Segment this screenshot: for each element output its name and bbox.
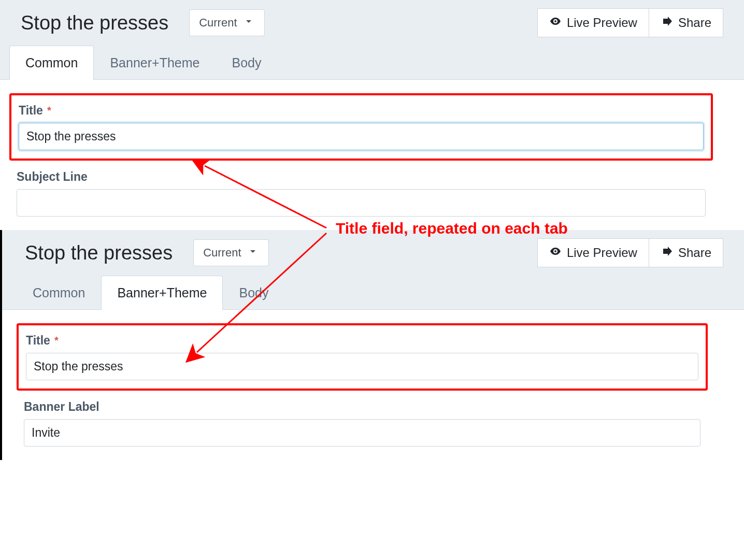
annotation-highlight-box: Title * — [17, 323, 708, 391]
title-input[interactable] — [26, 353, 698, 380]
editor-header: Stop the presses Current Live Preview — [0, 0, 744, 46]
title-label-text: Title — [19, 104, 43, 118]
share-label: Share — [678, 246, 711, 260]
eye-icon — [549, 245, 562, 261]
tab-common[interactable]: Common — [9, 46, 94, 80]
version-label: Current — [203, 246, 241, 260]
form-common: Title * Subject Line — [0, 80, 744, 230]
share-button[interactable]: Share — [649, 8, 723, 37]
share-icon — [661, 15, 673, 31]
required-mark: * — [47, 105, 51, 117]
live-preview-label: Live Preview — [567, 246, 637, 260]
banner-label: Banner Label — [24, 400, 700, 414]
page-title: Stop the presses — [25, 242, 173, 264]
tab-bar: Common Banner+Theme Body — [0, 46, 744, 80]
banner-input[interactable] — [24, 419, 700, 447]
editor-panel-common: Stop the presses Current Live Preview — [0, 0, 744, 230]
chevron-down-icon — [242, 15, 255, 31]
subject-label: Subject Line — [17, 170, 706, 184]
required-mark: * — [54, 335, 59, 347]
field-title: Title * — [19, 104, 704, 150]
form-banner: Title * Banner Label — [2, 310, 744, 460]
tab-common[interactable]: Common — [17, 276, 101, 310]
share-icon — [661, 245, 673, 261]
title-label: Title * — [26, 334, 698, 348]
title-label: Title * — [19, 104, 704, 118]
live-preview-button[interactable]: Live Preview — [537, 238, 649, 267]
header-actions: Live Preview Share — [537, 8, 723, 37]
chevron-down-icon — [247, 245, 259, 261]
annotation-callout: Title field, repeated on each tab — [336, 220, 568, 237]
title-label-text: Title — [26, 334, 50, 348]
tab-body[interactable]: Body — [223, 276, 284, 310]
share-button[interactable]: Share — [649, 238, 723, 267]
tab-banner-theme[interactable]: Banner+Theme — [101, 276, 223, 310]
field-banner-label: Banner Label — [17, 400, 708, 447]
live-preview-label: Live Preview — [567, 16, 637, 30]
page-title: Stop the presses — [21, 12, 168, 34]
eye-icon — [549, 15, 562, 31]
subject-input[interactable] — [17, 189, 706, 217]
tab-banner-theme[interactable]: Banner+Theme — [94, 46, 216, 80]
annotation-highlight-box: Title * — [9, 93, 713, 161]
tab-bar: Common Banner+Theme Body — [2, 276, 744, 310]
field-subject-line: Subject Line — [9, 170, 713, 217]
title-input[interactable] — [19, 123, 704, 150]
version-dropdown[interactable]: Current — [193, 239, 268, 266]
live-preview-button[interactable]: Live Preview — [537, 8, 649, 37]
version-label: Current — [199, 16, 237, 30]
tab-body[interactable]: Body — [216, 46, 277, 80]
field-title: Title * — [26, 334, 698, 380]
share-label: Share — [678, 16, 711, 30]
header-actions: Live Preview Share — [537, 238, 723, 267]
version-dropdown[interactable]: Current — [189, 9, 264, 36]
editor-panel-banner: Stop the presses Current Live Preview — [0, 230, 744, 460]
